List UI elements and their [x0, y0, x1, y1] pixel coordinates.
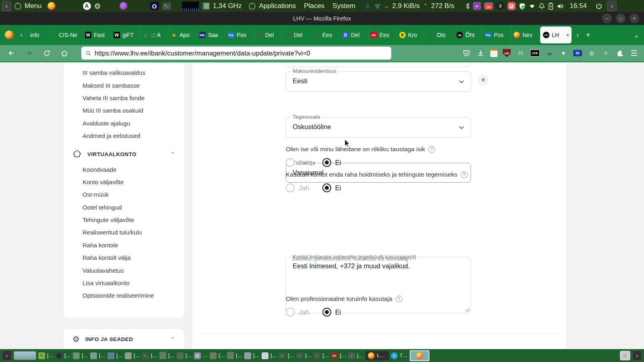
radio-label-ei[interactable]: Ei	[335, 184, 341, 192]
scroll-tabs-left-button[interactable]: ‹	[18, 31, 25, 39]
tab-active-lhv[interactable]: LHVLH×	[540, 27, 572, 43]
radio-label-ei[interactable]: Ei	[335, 159, 341, 167]
wifi-tray-icon[interactable]	[529, 4, 535, 9]
help-question-icon[interactable]: ?	[461, 171, 468, 178]
taskbar-window-button[interactable]: […	[177, 352, 192, 359]
system-monitor-widget[interactable]	[182, 1, 199, 11]
sidebar-section-info-ja-seaded[interactable]: ⚙ INFO JA SEADED ⌃	[64, 330, 184, 348]
sidebar-item-realiseeritud-tulu-kulu[interactable]: Realiseeritud tulu/kulu	[64, 226, 184, 239]
translate-triangle-icon[interactable]: ▼	[559, 49, 568, 58]
radio-ei-selected[interactable]	[322, 308, 331, 317]
minimize-button[interactable]: –	[602, 14, 612, 23]
forward-button[interactable]	[23, 47, 35, 60]
sidebar-item-valuutavahetus[interactable]: Valuutavahetus	[64, 264, 184, 276]
taskbar-window-button[interactable]: […	[279, 352, 294, 359]
taskbar-window-button[interactable]: […	[262, 352, 277, 359]
ublock-origin-icon[interactable]: uO	[503, 49, 511, 58]
taskbar-window-button-highlighted-firefox[interactable]	[410, 350, 429, 361]
taskbar-window-button[interactable]: […	[296, 352, 312, 359]
sidebar-item-andmed-ja-eelistused[interactable]: Andmed ja eelistused	[64, 130, 184, 142]
tab[interactable]: ◆Apo	[168, 25, 196, 45]
taskbar-window-button[interactable]: […	[227, 352, 242, 359]
shield-check-icon[interactable]	[519, 3, 526, 10]
applications-logo-icon[interactable]	[249, 3, 256, 10]
search-tool-icon[interactable]: A	[83, 2, 91, 10]
bluetooth-icon[interactable]	[466, 3, 470, 9]
trash-applet-icon[interactable]: ♲	[620, 351, 630, 360]
radio-label-jah[interactable]: Jah	[299, 184, 310, 192]
home-button[interactable]	[58, 47, 71, 60]
applications-menu[interactable]: Applications	[259, 2, 296, 10]
show-desktop-button[interactable]	[14, 351, 36, 360]
pocket-icon[interactable]	[462, 49, 471, 58]
notifications-bell-icon[interactable]	[539, 3, 545, 9]
tab[interactable]: PmPos	[482, 25, 511, 45]
tor-browser-icon[interactable]	[120, 2, 128, 10]
tab-close-icon[interactable]: ×	[566, 32, 569, 38]
tax-residency-select[interactable]: Maksuresidentsus Eesti	[286, 71, 471, 92]
notification-count-badge[interactable]: 39	[484, 2, 493, 10]
taskbar-window-button[interactable]: […	[56, 352, 71, 359]
menu-button[interactable]: Menu	[25, 2, 42, 10]
tab[interactable]: PmPos	[225, 25, 254, 45]
activity-field-select[interactable]: Tegevusala Oskustööline	[286, 117, 471, 138]
radio-jah-unselected[interactable]	[286, 308, 295, 317]
audio-levels-icon[interactable]: ıllı	[473, 2, 481, 10]
radio-label-jah[interactable]: Jah	[299, 309, 310, 316]
taskbar-window-button-active-firefox[interactable]: L…	[365, 351, 388, 360]
panel-collapse-right-button[interactable]: ›	[607, 1, 617, 11]
taskbar-scroll-right-button[interactable]: ›	[632, 350, 642, 361]
taskbar-window-button[interactable]: […	[73, 352, 88, 359]
sidebar-item-maksed-iii-sambasse[interactable]: Maksed III sambasse	[64, 79, 184, 91]
taskbar-window-button[interactable]: […	[331, 352, 346, 359]
do-not-disturb-icon[interactable]	[508, 2, 516, 10]
battery-icon[interactable]	[548, 2, 553, 10]
sidebar-item-raha-kontolt-valja[interactable]: Raha kontolt välja	[64, 251, 184, 264]
extensions-puzzle-icon[interactable]	[615, 49, 624, 58]
sidebar-item-ost-muuk[interactable]: Ost-müük	[64, 188, 184, 201]
close-button[interactable]: ×	[630, 14, 639, 23]
distro-logo-icon[interactable]	[14, 3, 21, 10]
help-question-icon[interactable]: ?	[396, 296, 402, 302]
chevron-up-icon[interactable]: ⌃	[171, 151, 175, 157]
sidebar-item-avalduste-ajalugu[interactable]: Avalduste ajalugu	[64, 117, 184, 130]
radio-ei-selected[interactable]	[322, 158, 331, 167]
sidebar-item-lisa-virtuaalkonto[interactable]: Lisa virtuaalkonto	[64, 277, 184, 289]
sidebar-item-tehingute-valjavote[interactable]: Tehingute väljavõte	[64, 214, 184, 226]
help-question-icon[interactable]: ?	[428, 146, 435, 153]
sidebar-item-raha-kontole[interactable]: Raha kontole	[64, 239, 184, 251]
tab[interactable]: WgiFT	[111, 25, 139, 45]
tab[interactable]: info	[25, 25, 54, 45]
tab[interactable]: CIS-Ne	[54, 25, 82, 45]
chevron-up-icon[interactable]: ⌃	[171, 336, 175, 342]
settings-gears-icon[interactable]: ⚙	[94, 2, 101, 11]
radio-jah-unselected[interactable]	[286, 158, 295, 167]
tab[interactable]: Nev	[511, 25, 539, 45]
pause-indicator-icon[interactable]	[496, 2, 504, 10]
tab[interactable]: EEEes	[368, 25, 396, 45]
new-tab-button[interactable]: +	[583, 31, 593, 40]
panel-collapse-left-button[interactable]: ‹	[2, 1, 11, 11]
add-tax-residency-button[interactable]: +	[478, 75, 489, 86]
app-menu-icon[interactable]: ☰	[630, 49, 638, 58]
tab[interactable]: ●●Ees	[311, 25, 339, 45]
system-menu[interactable]: System	[332, 2, 355, 10]
taskbar-window-button-telegram[interactable]: T…	[391, 352, 408, 359]
reload-button[interactable]	[40, 47, 53, 60]
sidebar-item-optsioonide-realiseerimine[interactable]: Optsioonide realiseerimine	[64, 289, 184, 302]
list-tabs-button[interactable]: ⌄	[631, 31, 642, 39]
tampermonkey-icon[interactable]: ✳	[601, 49, 610, 58]
taskbar-window-button[interactable]: […	[125, 352, 140, 359]
taskbar-window-button[interactable]: […	[348, 352, 363, 359]
tab[interactable]: /Del	[282, 25, 311, 45]
taskbar-window-button[interactable]: […	[90, 352, 105, 359]
firefox-launcher-icon[interactable]	[47, 2, 56, 10]
opera-icon[interactable]: O	[150, 2, 159, 10]
volume-icon[interactable]	[557, 3, 564, 9]
tab[interactable]: KKro	[396, 25, 425, 45]
tab[interactable]: ⌂::: A	[139, 25, 168, 45]
sidebar-item-ootel-tehingud[interactable]: Ootel tehingud	[64, 201, 184, 214]
tab[interactable]: DDel	[339, 25, 368, 45]
wifi-status-icon[interactable]	[374, 4, 381, 9]
calendar-extension-icon[interactable]	[490, 49, 497, 57]
